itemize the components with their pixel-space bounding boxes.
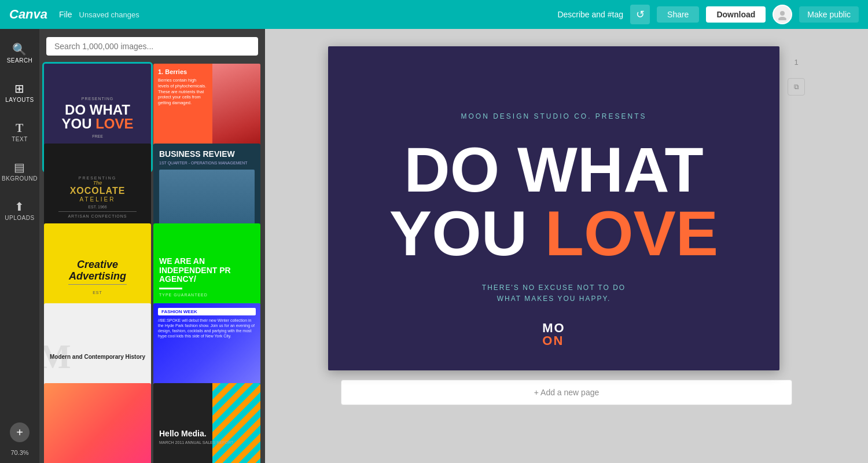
creative-title: Creative Advertising bbox=[49, 259, 146, 282]
berries-text: Berries contain high levels of phytochem… bbox=[158, 78, 208, 106]
text-icon: T bbox=[16, 122, 24, 134]
search-icon: 🔍 bbox=[12, 43, 27, 55]
download-button[interactable]: Download bbox=[706, 6, 766, 23]
share-button[interactable]: Share bbox=[657, 6, 699, 23]
canvas-logo: MO ON bbox=[542, 322, 565, 347]
pr-headline: WE ARE AN INDEPENDENT PR AGENCY/ bbox=[159, 257, 255, 284]
modern-text: Modern and Contemporary History bbox=[50, 353, 145, 361]
fashion-text: //BE:SPOKE will debut their new Winter c… bbox=[158, 318, 256, 339]
toolbar-layouts[interactable]: ⊞ LAYOUTS bbox=[0, 73, 39, 112]
template-flora[interactable]: OUR FLORA AND FAUNA 🍁 bbox=[44, 383, 151, 463]
headline-love: LOVE bbox=[545, 197, 719, 269]
toolbar-text-label: TEXT bbox=[12, 136, 28, 142]
xocolate-presenting: PRESENTING bbox=[79, 176, 117, 180]
make-public-button[interactable]: Make public bbox=[799, 6, 859, 23]
toolbar-search[interactable]: 🔍 SEARCH bbox=[0, 34, 39, 73]
toolbar-text[interactable]: T TEXT bbox=[0, 112, 39, 152]
copy-page-button[interactable]: ⧉ bbox=[788, 78, 805, 95]
logo-on: ON bbox=[542, 335, 564, 347]
business-subtitle: 1ST QUARTER - OPERATIONS MANAGEMENT bbox=[159, 161, 255, 165]
canvas-wrapper: MOON DESIGN STUDIO CO. PRESENTS DO WHAT … bbox=[328, 46, 805, 370]
toolbar-search-label: SEARCH bbox=[7, 57, 33, 64]
undo-button[interactable]: ↺ bbox=[630, 5, 650, 24]
canvas[interactable]: MOON DESIGN STUDIO CO. PRESENTS DO WHAT … bbox=[328, 46, 779, 370]
hello-title: Hello Media. bbox=[159, 429, 207, 438]
topnav: Canva File Unsaved changes Describe and … bbox=[0, 0, 868, 29]
avatar bbox=[773, 5, 792, 24]
svg-point-1 bbox=[778, 17, 786, 20]
creative-divider bbox=[68, 284, 127, 285]
uploads-icon: ⬆ bbox=[14, 201, 25, 212]
templates-grid: PRESENTING DO WHATYOU LOVE FREE i FREE 1… bbox=[39, 61, 265, 463]
creative-sub: EST bbox=[93, 291, 102, 295]
templates-panel: PRESENTING DO WHATYOU LOVE FREE i FREE 1… bbox=[39, 29, 265, 463]
unsaved-status: Unsaved changes bbox=[79, 10, 139, 19]
xocolate-the: The bbox=[93, 180, 102, 186]
search-area bbox=[39, 29, 265, 61]
canvas-headline[interactable]: DO WHAT YOU LOVE bbox=[389, 138, 718, 265]
zoom-label[interactable]: 70.3% bbox=[6, 447, 33, 458]
headline-line2-white: YOU bbox=[389, 197, 545, 269]
hello-bg bbox=[212, 383, 260, 463]
xocolate-artisan: ARTISAN CONFECTIONS bbox=[68, 214, 127, 218]
file-menu[interactable]: File bbox=[59, 10, 72, 19]
page-number: 1 bbox=[794, 58, 798, 67]
svg-point-0 bbox=[780, 11, 785, 16]
main-layout: 🔍 SEARCH ⊞ LAYOUTS T TEXT ▤ BKGROUND ⬆ U… bbox=[0, 29, 868, 463]
berries-title: 1. Berries bbox=[158, 68, 208, 75]
canva-logo[interactable]: Canva bbox=[9, 7, 47, 22]
toolbar-background[interactable]: ▤ BKGROUND bbox=[0, 152, 39, 191]
describe-tag[interactable]: Describe and #tag bbox=[557, 10, 623, 19]
headline-line1: DO WHAT bbox=[404, 134, 703, 205]
card-free-text: FREE bbox=[92, 134, 103, 138]
template-hello[interactable]: Hello Media. MARCH 2011 ANNUAL SALES REP… bbox=[153, 383, 260, 463]
pr-sub: TYPE GUARANTEED bbox=[159, 293, 208, 297]
canvas-subtitle: MOON DESIGN STUDIO CO. PRESENTS bbox=[461, 112, 646, 120]
xocolate-divider bbox=[58, 211, 137, 212]
search-input[interactable] bbox=[46, 37, 258, 56]
xocolate-est: EST. 1966 bbox=[88, 205, 106, 209]
flora-content: OUR FLORA AND FAUNA 🍁 bbox=[44, 383, 151, 463]
fashion-fw-badge: FASHION WEEK bbox=[158, 308, 256, 315]
toolbar-uploads[interactable]: ⬆ UPLOADS bbox=[0, 191, 39, 230]
card-headline: DO WHATYOU LOVE bbox=[61, 103, 133, 131]
canvas-area: MOON DESIGN STUDIO CO. PRESENTS DO WHAT … bbox=[265, 29, 868, 463]
toolbar-uploads-label: UPLOADS bbox=[5, 215, 34, 221]
hello-sub: MARCH 2011 ANNUAL SALES REPORT bbox=[159, 440, 233, 444]
business-title: BUSINESS REVIEW bbox=[159, 149, 255, 159]
hello-content: Hello Media. MARCH 2011 ANNUAL SALES REP… bbox=[153, 383, 260, 463]
add-page-bar[interactable]: + Add a new page bbox=[341, 380, 792, 405]
pr-underline bbox=[159, 288, 182, 289]
add-button[interactable]: + bbox=[10, 422, 30, 442]
page-tools: ⧉ bbox=[788, 78, 805, 95]
layouts-icon: ⊞ bbox=[14, 83, 25, 94]
card-small-text: PRESENTING bbox=[82, 97, 114, 101]
toolbar-layouts-label: LAYOUTS bbox=[5, 97, 34, 103]
left-toolbar: 🔍 SEARCH ⊞ LAYOUTS T TEXT ▤ BKGROUND ⬆ U… bbox=[0, 29, 39, 463]
logo-mo: MO bbox=[542, 322, 565, 335]
toolbar-bottom: + 70.3% bbox=[0, 422, 39, 463]
toolbar-background-label: BKGROUND bbox=[2, 175, 38, 182]
xocolate-atelier: ATELIER bbox=[80, 196, 116, 203]
canvas-side: 1 ⧉ bbox=[788, 46, 805, 95]
background-icon: ▤ bbox=[14, 161, 25, 173]
xocolate-name: XOCOLATE bbox=[70, 186, 126, 196]
canvas-tagline: THERE'S NO EXCUSE NOT TO DO WHAT MAKES Y… bbox=[482, 282, 626, 304]
